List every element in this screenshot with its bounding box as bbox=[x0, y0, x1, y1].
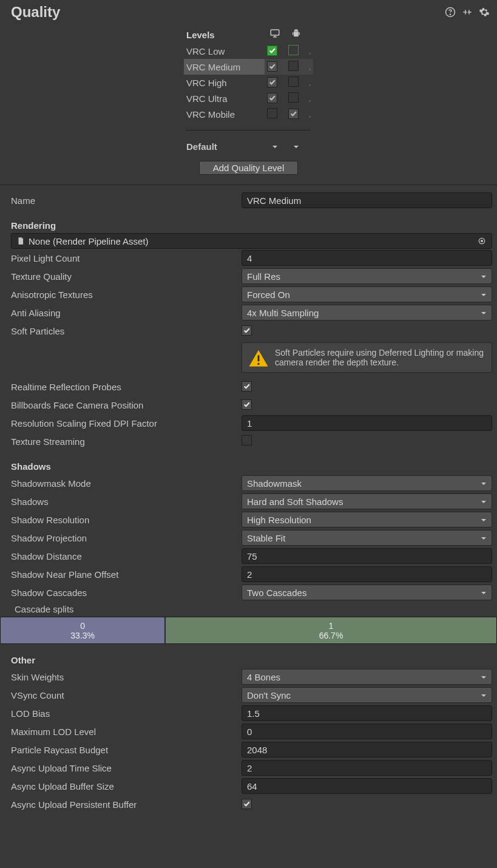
anisotropic-textures-row: Anisotropic Textures Forced On bbox=[11, 285, 492, 303]
resolution-scaling-dpi-input[interactable] bbox=[242, 415, 492, 431]
shadow-cascades-row: Shadow Cascades Two Cascades bbox=[11, 583, 492, 602]
add-quality-level-button[interactable]: Add Quality Level bbox=[199, 161, 299, 175]
texture-quality-label: Texture Quality bbox=[11, 271, 242, 282]
android-checkbox[interactable] bbox=[288, 109, 299, 119]
anisotropic-textures-dropdown[interactable]: Forced On bbox=[242, 287, 492, 302]
level-name: VRC High bbox=[184, 75, 265, 90]
cascade-seg-1[interactable]: 1 66.7% bbox=[166, 617, 496, 643]
anisotropic-textures-label: Anisotropic Textures bbox=[11, 290, 242, 300]
preset-icon[interactable] bbox=[462, 7, 473, 18]
object-picker-icon[interactable] bbox=[477, 236, 487, 246]
render-pipeline-asset-field[interactable]: None (Render Pipeline Asset) bbox=[11, 233, 492, 249]
cascade-splits-label: Cascade splits bbox=[11, 604, 492, 614]
level-row-vrc-ultra[interactable]: VRC Ultra bbox=[184, 90, 313, 106]
vsync-count-dropdown[interactable]: Don't Sync bbox=[242, 687, 492, 703]
default-android-dropdown[interactable] bbox=[293, 141, 299, 147]
android-checkbox[interactable] bbox=[288, 76, 299, 87]
anti-aliasing-dropdown[interactable]: 4x Multi Sampling bbox=[242, 305, 492, 320]
level-name: VRC Mobile bbox=[184, 106, 265, 122]
panel-header: Quality bbox=[0, 0, 497, 24]
shadow-projection-dropdown[interactable]: Stable Fit bbox=[242, 530, 492, 546]
name-label: Name bbox=[11, 195, 242, 206]
pixel-light-count-row: Pixel Light Count bbox=[11, 249, 492, 267]
name-input[interactable] bbox=[242, 192, 492, 208]
max-lod-label: Maximum LOD Level bbox=[11, 727, 242, 737]
level-row-vrc-high[interactable]: VRC High bbox=[184, 75, 313, 90]
realtime-reflection-row: Realtime Reflection Probes bbox=[11, 378, 492, 396]
billboards-face-label: Billboards Face Camera Position bbox=[11, 400, 242, 410]
async-upload-buffer-input[interactable] bbox=[242, 778, 492, 794]
level-row-vrc-medium[interactable]: VRC Medium bbox=[184, 59, 313, 75]
soft-particles-row: Soft Particles bbox=[11, 322, 492, 340]
soft-particles-warning: Soft Particles require using Deferred Li… bbox=[242, 342, 492, 373]
android-platform-icon[interactable] bbox=[291, 29, 301, 41]
shadow-cascades-value: Two Cascades bbox=[247, 588, 306, 598]
realtime-reflection-checkbox[interactable] bbox=[242, 381, 252, 392]
shadowmask-mode-dropdown[interactable]: Shadowmask bbox=[242, 475, 492, 491]
trash-icon[interactable] bbox=[309, 62, 311, 72]
billboards-face-row: Billboards Face Camera Position bbox=[11, 396, 492, 414]
shadow-distance-input[interactable] bbox=[242, 548, 492, 564]
level-row-vrc-low[interactable]: VRC Low bbox=[184, 43, 313, 59]
shadow-near-plane-input[interactable] bbox=[242, 566, 492, 582]
cascade-seg-1-pct: 66.7% bbox=[319, 631, 343, 640]
android-checkbox[interactable] bbox=[288, 92, 299, 103]
pixel-light-count-input[interactable] bbox=[242, 250, 492, 266]
async-upload-time-input[interactable] bbox=[242, 760, 492, 776]
quality-levels-block: Levels VRC Low VRC Medium VRC High VRC U… bbox=[0, 24, 497, 180]
async-upload-persistent-row: Async Upload Persistent Buffer bbox=[11, 795, 492, 813]
texture-quality-dropdown[interactable]: Full Res bbox=[242, 268, 492, 284]
android-checkbox[interactable] bbox=[288, 61, 299, 71]
particle-raycast-row: Particle Raycast Budget bbox=[11, 741, 492, 759]
async-upload-time-label: Async Upload Time Slice bbox=[11, 763, 242, 773]
particle-raycast-input[interactable] bbox=[242, 742, 492, 758]
anti-aliasing-label: Anti Aliasing bbox=[11, 308, 242, 318]
level-row-vrc-mobile[interactable]: VRC Mobile bbox=[184, 106, 313, 122]
desktop-checkbox[interactable] bbox=[267, 77, 277, 87]
shadow-resolution-dropdown[interactable]: High Resolution bbox=[242, 512, 492, 527]
shadow-near-plane-row: Shadow Near Plane Offset bbox=[11, 565, 492, 583]
texture-streaming-checkbox[interactable] bbox=[242, 435, 252, 446]
soft-particles-label: Soft Particles bbox=[11, 326, 242, 336]
anisotropic-textures-value: Forced On bbox=[247, 290, 290, 300]
shadowmask-mode-row: Shadowmask Mode Shadowmask bbox=[11, 474, 492, 492]
trash-icon[interactable] bbox=[309, 109, 311, 120]
desktop-checkbox[interactable] bbox=[267, 108, 277, 118]
skin-weights-dropdown[interactable]: 4 Bones bbox=[242, 669, 492, 685]
billboards-face-checkbox[interactable] bbox=[242, 399, 252, 410]
trash-icon[interactable] bbox=[309, 46, 311, 56]
trash-icon[interactable] bbox=[309, 93, 311, 104]
chevron-down-icon bbox=[481, 690, 487, 700]
android-checkbox[interactable] bbox=[288, 45, 299, 55]
shadow-projection-row: Shadow Projection Stable Fit bbox=[11, 529, 492, 547]
max-lod-input[interactable] bbox=[242, 724, 492, 739]
anti-aliasing-value: 4x Multi Sampling bbox=[247, 308, 319, 318]
resolution-scaling-dpi-row: Resolution Scaling Fixed DPI Factor bbox=[11, 414, 492, 432]
gear-icon[interactable] bbox=[479, 7, 490, 18]
desktop-default-checkbox[interactable] bbox=[267, 46, 277, 56]
desktop-checkbox[interactable] bbox=[267, 61, 277, 72]
desktop-checkbox[interactable] bbox=[267, 93, 277, 103]
soft-particles-checkbox[interactable] bbox=[242, 325, 252, 336]
shadow-projection-label: Shadow Projection bbox=[11, 533, 242, 543]
cascade-seg-0[interactable]: 0 33.3% bbox=[1, 617, 166, 643]
vsync-count-label: VSync Count bbox=[11, 690, 242, 700]
particle-raycast-label: Particle Raycast Budget bbox=[11, 745, 242, 755]
shadow-cascades-dropdown[interactable]: Two Cascades bbox=[242, 585, 492, 600]
shadow-distance-row: Shadow Distance bbox=[11, 547, 492, 565]
desktop-platform-icon[interactable] bbox=[269, 30, 280, 41]
skin-weights-value: 4 Bones bbox=[247, 672, 280, 682]
level-name: VRC Medium bbox=[184, 59, 265, 75]
trash-icon[interactable] bbox=[309, 78, 311, 88]
shadows-heading: Shadows bbox=[11, 461, 492, 472]
help-icon[interactable] bbox=[445, 7, 456, 18]
default-desktop-dropdown[interactable] bbox=[272, 141, 278, 147]
divider bbox=[0, 185, 497, 185]
lod-bias-label: LOD Bias bbox=[11, 708, 242, 719]
cascade-splits-bar[interactable]: 0 33.3% 1 66.7% bbox=[0, 617, 497, 644]
async-upload-persistent-checkbox[interactable] bbox=[242, 799, 252, 809]
svg-rect-10 bbox=[258, 363, 260, 365]
chevron-down-icon bbox=[481, 308, 487, 318]
shadows-dropdown[interactable]: Hard and Soft Shadows bbox=[242, 493, 492, 509]
lod-bias-input[interactable] bbox=[242, 705, 492, 721]
